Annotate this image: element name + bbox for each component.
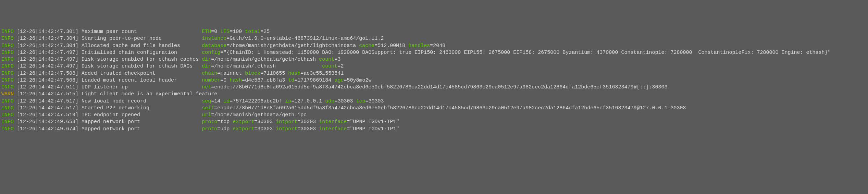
log-line: INFO [12-26|14:42:47.497] Disk storage e… — [1, 56, 867, 63]
log-level: WARN — [1, 91, 14, 97]
log-kv-value: 14 — [214, 98, 220, 104]
log-message: New local node record — [82, 98, 199, 104]
log-kv-key: total — [245, 29, 260, 35]
log-kv-value: 30303 — [337, 98, 353, 104]
log-kv-key: interface — [319, 119, 347, 125]
log-kv-value: 7571422206abc2bf — [233, 98, 282, 104]
log-kv-key: block — [245, 71, 260, 76]
log-line: WARN [12-26|14:42:47.515] Light client m… — [1, 91, 867, 98]
log-kv-key: cache — [359, 43, 374, 49]
log-kv-equals: = — [211, 84, 214, 90]
log-message: Initialised chain configuration — [82, 50, 199, 56]
log-level: INFO — [1, 112, 14, 118]
log-kv-key: extport — [233, 126, 254, 132]
log-kv-equals: = — [260, 71, 263, 76]
log-timestamp: [12-26|14:42:47.497] — [17, 63, 78, 69]
log-kv-key: ip — [285, 98, 291, 104]
log-kv-key: dir — [202, 63, 211, 69]
log-kv-value: 100 — [233, 29, 242, 35]
log-timestamp: [12-26|14:42:47.517] — [17, 105, 78, 111]
log-kv-key: database — [202, 43, 226, 49]
log-kv-key: instance — [202, 36, 226, 41]
log-kv-key: intport — [276, 126, 297, 132]
log-kv-key: self — [202, 105, 214, 111]
log-kv-equals: = — [254, 126, 257, 132]
log-kv-equals: = — [230, 98, 233, 104]
log-kv-value: d4e567…cb8fa3 — [245, 77, 285, 83]
log-timestamp: [12-26|14:42:47.506] — [17, 77, 78, 83]
log-timestamp: [12-26|14:42:47.506] — [17, 71, 78, 76]
log-level: INFO — [1, 57, 14, 62]
log-message: Mapped network port — [82, 119, 199, 125]
log-kv-key: tcp — [356, 98, 365, 104]
log-message: Disk storage enabled for ethash DAGs — [82, 63, 199, 69]
log-kv-value: 30303 — [300, 119, 316, 125]
log-kv-equals: = — [217, 119, 220, 125]
log-message: IPC endpoint opened — [82, 112, 199, 118]
log-line: INFO [12-26|14:42:49.674] Mapped network… — [1, 126, 867, 133]
log-kv-key: count — [319, 57, 334, 62]
log-timestamp: [12-26|14:42:47.304] — [17, 43, 78, 49]
log-kv-key: proto — [202, 126, 217, 132]
log-timestamp: [12-26|14:42:47.497] — [17, 50, 78, 56]
log-kv-value: 25 — [263, 29, 270, 35]
log-kv-value: "UPNP IGDv1-IP1" — [350, 119, 399, 125]
log-kv-value: 30303 — [257, 126, 273, 132]
log-kv-value: 3 — [337, 57, 340, 62]
log-level: INFO — [1, 50, 14, 56]
log-kv-key: td — [288, 77, 294, 83]
log-timestamp: [12-26|14:42:49.674] — [17, 126, 78, 132]
log-kv-key: proto — [202, 119, 217, 125]
log-line: INFO [12-26|14:42:47.517] New local node… — [1, 98, 867, 105]
log-kv-equals: = — [297, 126, 300, 132]
log-kv-key: url — [202, 112, 211, 118]
log-level: INFO — [1, 71, 14, 76]
log-kv-equals: = — [211, 57, 214, 62]
log-kv-value: "{ChainID: 1 Homestead: 1150000 DAO: 192… — [223, 50, 831, 56]
log-level: INFO — [1, 105, 14, 111]
log-kv-equals: = — [220, 77, 223, 83]
log-kv-equals: = — [337, 63, 340, 69]
log-kv-value: tcp — [220, 119, 230, 125]
log-kv-value: /home/manish/gethdata/geth/lightchaindat… — [230, 43, 356, 49]
log-kv-equals: = — [226, 43, 230, 49]
log-message: Light client mode is an experimental fea… — [82, 91, 217, 97]
log-kv-key: intport — [276, 119, 297, 125]
log-kv-key: count — [322, 63, 337, 69]
log-level: INFO — [1, 36, 14, 41]
log-level: INFO — [1, 98, 14, 104]
log-kv-value: 30303 — [368, 98, 384, 104]
log-kv-key: age — [334, 77, 344, 83]
log-level: INFO — [1, 84, 14, 90]
log-kv-key: hash — [288, 71, 300, 76]
log-kv-value: 512.00MiB — [377, 43, 405, 49]
log-kv-equals: = — [230, 29, 233, 35]
log-timestamp: [12-26|14:42:47.517] — [17, 98, 78, 104]
log-line: INFO [12-26|14:42:47.511] UDP listener u… — [1, 84, 867, 91]
log-message: UDP listener up — [82, 84, 199, 90]
log-message: Disk storage enabled for ethash caches — [82, 57, 199, 62]
log-kv-value: /home/manish/gethdata/geth.ipc — [214, 112, 307, 118]
log-kv-value: 30303 — [300, 126, 316, 132]
log-line: INFO [12-26|14:42:47.304] Allocated cach… — [1, 43, 867, 49]
log-kv-equals: = — [211, 29, 214, 35]
log-kv-equals: = — [226, 36, 230, 41]
log-kv-key: LES — [220, 29, 230, 35]
log-kv-equals: = — [430, 43, 433, 49]
log-kv-value: 17179869184 — [297, 77, 331, 83]
log-kv-key: interface — [319, 126, 347, 132]
log-kv-equals: = — [211, 63, 214, 69]
log-level: INFO — [1, 126, 14, 132]
log-kv-key: number — [202, 77, 220, 83]
log-level: INFO — [1, 63, 14, 69]
log-kv-value: 50y8mo2w — [347, 77, 371, 83]
log-message: Loaded most recent local header — [82, 77, 199, 83]
log-kv-value: 7110655 — [263, 71, 285, 76]
log-timestamp: [12-26|14:42:47.519] — [17, 112, 78, 118]
log-kv-equals: = — [211, 112, 214, 118]
log-kv-value: /home/manish/gethdata/geth/ethash — [214, 57, 316, 62]
log-kv-value: udp — [220, 126, 230, 132]
log-kv-key: ETH — [202, 29, 211, 35]
log-kv-key: udp — [325, 98, 334, 104]
log-kv-equals: = — [242, 77, 245, 83]
